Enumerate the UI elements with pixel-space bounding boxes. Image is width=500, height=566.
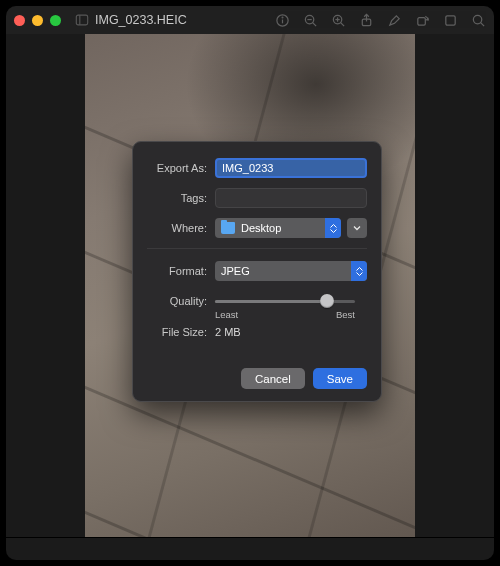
- search-icon[interactable]: [470, 12, 486, 28]
- close-window-button[interactable]: [14, 15, 25, 26]
- info-icon[interactable]: [274, 12, 290, 28]
- sidebar-icon[interactable]: [75, 13, 89, 27]
- svg-point-4: [282, 17, 283, 18]
- where-location-select[interactable]: Desktop: [215, 218, 341, 238]
- quality-slider[interactable]: [215, 291, 355, 311]
- divider: [147, 248, 367, 249]
- where-value: Desktop: [241, 222, 281, 234]
- minimize-window-button[interactable]: [32, 15, 43, 26]
- svg-point-16: [473, 15, 481, 23]
- slider-knob[interactable]: [320, 294, 334, 308]
- svg-line-9: [340, 22, 343, 25]
- svg-rect-14: [417, 17, 425, 25]
- crop-icon[interactable]: [442, 12, 458, 28]
- expand-location-button[interactable]: [347, 218, 367, 238]
- tags-label: Tags:: [147, 192, 215, 204]
- format-select[interactable]: JPEG: [215, 261, 367, 281]
- svg-rect-15: [445, 15, 454, 24]
- preview-window: IMG_0233.HEIC Export As:: [6, 6, 494, 560]
- zoom-in-icon[interactable]: [330, 12, 346, 28]
- zoom-out-icon[interactable]: [302, 12, 318, 28]
- export-dialog: Export As: Tags: Where: Desktop: [132, 141, 382, 402]
- format-value: JPEG: [221, 265, 250, 277]
- toolbar-right: [274, 12, 486, 28]
- filesize-value: 2 MB: [215, 326, 241, 338]
- svg-line-17: [480, 22, 483, 25]
- tags-input[interactable]: [215, 188, 367, 208]
- where-label: Where:: [147, 222, 215, 234]
- window-controls: [14, 15, 61, 26]
- fullscreen-window-button[interactable]: [50, 15, 61, 26]
- cancel-button[interactable]: Cancel: [241, 368, 305, 389]
- export-as-label: Export As:: [147, 162, 215, 174]
- format-label: Format:: [147, 265, 215, 277]
- quality-label: Quality:: [147, 295, 215, 307]
- filesize-label: File Size:: [147, 326, 215, 338]
- updown-icon: [325, 218, 341, 238]
- rotate-icon[interactable]: [414, 12, 430, 28]
- svg-rect-0: [76, 15, 87, 25]
- save-button[interactable]: Save: [313, 368, 367, 389]
- window-title: IMG_0233.HEIC: [95, 13, 187, 27]
- export-filename-input[interactable]: [215, 158, 367, 178]
- share-icon[interactable]: [358, 12, 374, 28]
- markup-icon[interactable]: [386, 12, 402, 28]
- svg-line-6: [312, 22, 315, 25]
- status-bar: [6, 537, 494, 560]
- slider-fill: [215, 300, 327, 303]
- updown-icon: [351, 261, 367, 281]
- titlebar: IMG_0233.HEIC: [6, 6, 494, 35]
- folder-icon: [221, 222, 235, 234]
